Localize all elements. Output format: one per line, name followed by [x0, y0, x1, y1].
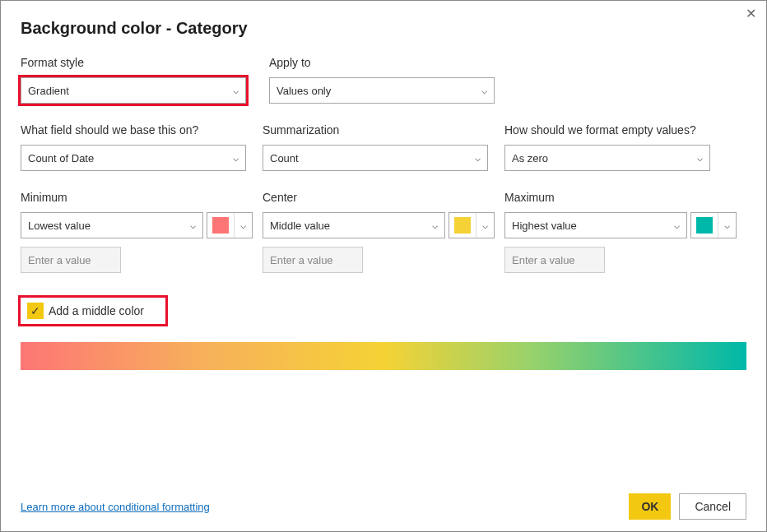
ok-button[interactable]: OK — [629, 493, 671, 520]
maximum-value: Highest value — [512, 220, 577, 232]
chevron-down-icon: ⌵ — [674, 220, 680, 231]
cancel-button[interactable]: Cancel — [679, 493, 746, 520]
apply-to-value: Values only — [277, 85, 331, 97]
minimum-value: Lowest value — [28, 220, 91, 232]
minimum-color-picker[interactable]: ⌵ — [207, 212, 253, 238]
row-field-summarization-empty: What field should we base this on? Count… — [21, 123, 746, 171]
base-field-label: What field should we base this on? — [21, 123, 263, 136]
base-field-value: Count of Date — [28, 152, 94, 164]
dialog-footer: Learn more about conditional formatting … — [21, 482, 746, 531]
empty-values-select[interactable]: As zero ⌵ — [504, 145, 710, 171]
minimum-select[interactable]: Lowest value ⌵ — [21, 212, 203, 238]
add-middle-color-label: Add a middle color — [49, 304, 144, 317]
learn-more-link[interactable]: Learn more about conditional formatting — [21, 501, 210, 513]
chevron-down-icon: ⌵ — [482, 220, 488, 231]
row-format-apply: Format style Gradient ⌵ Apply to Values … — [21, 56, 746, 104]
maximum-label: Maximum — [504, 191, 746, 204]
empty-values-label: How should we format empty values? — [504, 123, 746, 136]
row-min-center-max: Minimum Lowest value ⌵ ⌵ Enter a value C… — [21, 191, 746, 273]
center-value: Middle value — [270, 220, 330, 232]
minimum-value-input[interactable]: Enter a value — [21, 247, 121, 273]
format-style-label: Format style — [21, 56, 269, 69]
center-color-picker[interactable]: ⌵ — [449, 212, 495, 238]
close-icon[interactable]: ✕ — [746, 7, 756, 21]
minimum-label: Minimum — [21, 191, 263, 204]
background-color-dialog: ✕ Background color - Category Format sty… — [0, 0, 767, 532]
base-field-select[interactable]: Count of Date ⌵ — [21, 145, 246, 171]
center-value-input[interactable]: Enter a value — [263, 247, 363, 273]
apply-to-label: Apply to — [269, 56, 518, 69]
chevron-down-icon: ⌵ — [432, 220, 438, 231]
apply-to-select[interactable]: Values only ⌵ — [269, 77, 495, 104]
chevron-down-icon: ⌵ — [240, 220, 246, 231]
chevron-down-icon: ⌵ — [475, 152, 481, 164]
maximum-color-swatch — [696, 217, 713, 234]
chevron-down-icon: ⌵ — [724, 220, 730, 231]
add-middle-color-row: ✓ Add a middle color — [21, 298, 165, 324]
gradient-preview-bar — [21, 342, 746, 370]
maximum-color-picker[interactable]: ⌵ — [690, 212, 737, 238]
chevron-down-icon: ⌵ — [190, 220, 196, 231]
center-color-swatch — [454, 217, 471, 234]
summarization-label: Summarization — [263, 123, 504, 136]
minimum-color-swatch — [212, 217, 229, 234]
check-icon: ✓ — [30, 304, 40, 317]
empty-values-value: As zero — [512, 152, 548, 164]
chevron-down-icon: ⌵ — [697, 152, 703, 164]
chevron-down-icon: ⌵ — [233, 85, 239, 96]
center-label: Center — [263, 191, 504, 204]
summarization-value: Count — [270, 152, 299, 164]
dialog-title: Background color - Category — [21, 19, 746, 38]
chevron-down-icon: ⌵ — [233, 152, 239, 164]
maximum-value-input[interactable]: Enter a value — [504, 247, 605, 273]
chevron-down-icon: ⌵ — [481, 85, 487, 96]
add-middle-color-checkbox[interactable]: ✓ — [27, 303, 44, 319]
format-style-value: Gradient — [28, 85, 69, 97]
maximum-select[interactable]: Highest value ⌵ — [504, 212, 687, 238]
format-style-select[interactable]: Gradient ⌵ — [21, 77, 246, 104]
center-select[interactable]: Middle value ⌵ — [263, 212, 445, 238]
summarization-select[interactable]: Count ⌵ — [263, 145, 488, 171]
